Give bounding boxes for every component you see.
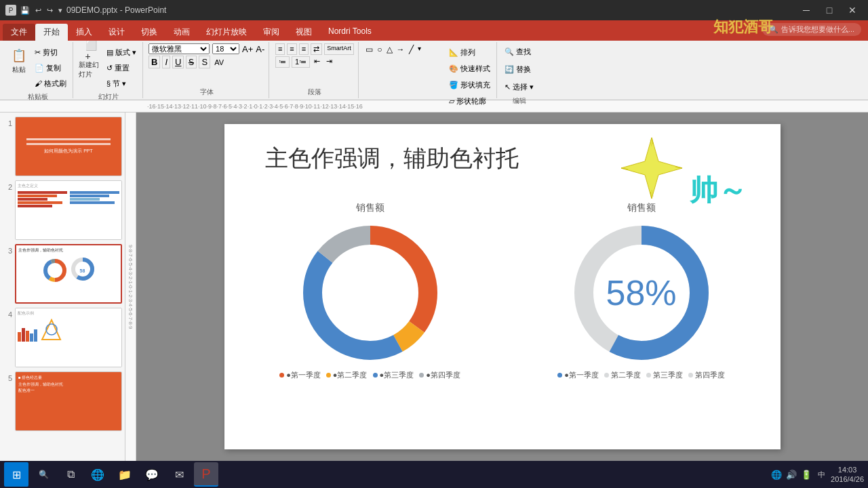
font-size-decrease[interactable]: A- (256, 44, 264, 54)
strikethrough-button[interactable]: S̶ (186, 56, 197, 68)
shape-line[interactable]: ╱ (408, 43, 415, 56)
start-button[interactable]: ⊞ (4, 462, 28, 487)
tab-view[interactable]: 视图 (288, 24, 320, 41)
slide-thumb-1[interactable]: 如何用颜色为演示 PPT (15, 117, 122, 176)
select-button[interactable]: ↖选择 ▾ (502, 79, 536, 95)
bold-button[interactable]: B (149, 56, 160, 68)
numbering-button[interactable]: 1≔ (292, 56, 310, 68)
tab-design[interactable]: 设计 (100, 24, 133, 41)
find-button[interactable]: 🔍查找 (502, 43, 536, 60)
close-button[interactable]: ✕ (842, 3, 863, 17)
font-size-increase[interactable]: A+ (242, 44, 253, 54)
slide-item-4[interactable]: 4 配色示例 (3, 308, 122, 367)
tab-file[interactable]: 文件 (3, 24, 35, 41)
shape-rect[interactable]: ▭ (364, 43, 374, 56)
quick-access-redo[interactable]: ↪ (47, 6, 53, 15)
slide-item-1[interactable]: 1 如何用颜色为演示 PPT (3, 117, 122, 176)
slide-main-title: 主色作强调，辅助色衬托 (265, 143, 519, 174)
format-painter-button[interactable]: 🖌格式刷 (33, 76, 68, 91)
new-slide-icon: ⬜+ (83, 43, 99, 59)
minimize-button[interactable]: ─ (796, 3, 816, 17)
slide-item-5[interactable]: 5 ■ 搭色经总量 主色作强调，辅助色衬托 配色准一 (3, 371, 122, 431)
shadow-button[interactable]: S (199, 56, 210, 68)
slide-thumb-4[interactable]: 配色示例 (15, 308, 122, 367)
slide-item-2[interactable]: 2 主色之定义 (3, 180, 122, 240)
shape-arrow[interactable]: → (395, 43, 406, 56)
chart2-container: 销售额 58% ●第一季度 (516, 202, 767, 429)
italic-button[interactable]: I (162, 56, 170, 68)
shape-triangle[interactable]: △ (385, 43, 394, 56)
taskbar-search[interactable]: 🔍 (31, 462, 56, 487)
slide-num-3: 3 (3, 244, 12, 304)
taskbar-files[interactable]: 📁 (113, 462, 137, 487)
taskbar-powerpoint[interactable]: P (194, 462, 218, 487)
tab-slideshow[interactable]: 幻灯片放映 (198, 24, 255, 41)
tray-ime[interactable]: 中 (816, 469, 827, 480)
underline-button[interactable]: U (172, 56, 184, 68)
taskbar-mail[interactable]: ✉ (167, 462, 191, 487)
text-direction-button[interactable]: ⇄ (311, 43, 322, 55)
layout-button[interactable]: ▤版式 ▾ (104, 45, 138, 60)
slide-item-3[interactable]: 3 主色作强调，辅助色衬托 (3, 244, 122, 304)
shape-circle[interactable]: ○ (376, 43, 383, 56)
maximize-button[interactable]: □ (819, 3, 840, 17)
tab-insert[interactable]: 插入 (68, 24, 100, 41)
quick-access-save[interactable]: 💾 (20, 6, 30, 15)
arrange-button[interactable]: 📐排列 (447, 45, 492, 60)
align-center-button[interactable]: ≡ (287, 43, 296, 55)
taskbar-tray: 🌐 🔊 🔋 中 14:03 2016/4/26 (771, 465, 864, 485)
tab-review[interactable]: 审阅 (255, 24, 288, 41)
quick-access-more[interactable]: ▾ (58, 6, 62, 15)
align-left-button[interactable]: ≡ (275, 43, 285, 55)
paste-group-label: 粘贴板 (28, 91, 48, 102)
watermark-text: 知犯酒哥 (713, 17, 773, 37)
tray-volume[interactable]: 🔊 (786, 469, 797, 480)
shape-more[interactable]: ▾ (416, 43, 422, 56)
tab-animation[interactable]: 动画 (165, 24, 198, 41)
canvas-area: 主色作强调，辅助色衬托 帅～ 销售额 (136, 113, 868, 461)
font-size-select[interactable]: 18 (212, 43, 239, 54)
star-decoration (618, 134, 686, 205)
cut-button[interactable]: ✂剪切 (33, 45, 68, 60)
window-title: 09DEMO.pptx - PowerPoint (66, 5, 166, 15)
replace-button[interactable]: 🔄替换 (502, 61, 536, 77)
slide-thumb-3[interactable]: 主色作强调，辅助色衬托 (15, 244, 122, 304)
new-slide-button[interactable]: ⬜+ 新建幻灯片 (79, 43, 103, 79)
align-right-button[interactable]: ≡ (299, 43, 309, 55)
taskbar-cortana[interactable]: 💬 (140, 462, 164, 487)
tab-nordri[interactable]: Nordri Tools (320, 24, 380, 41)
indent-dec-button[interactable]: ⇤ (312, 56, 322, 68)
chart2-label: 销售额 (627, 202, 656, 214)
indent-inc-button[interactable]: ⇥ (324, 56, 334, 68)
copy-button[interactable]: 📄复制 (33, 60, 68, 75)
slide-thumb-2[interactable]: 主色之定义 (15, 180, 122, 240)
shape-fill-button[interactable]: 🪣形状填充 (447, 77, 492, 92)
slide-num-1: 1 (3, 117, 12, 176)
slides-group-label: 幻灯片 (98, 91, 119, 102)
font-family-select[interactable]: 微软雅黑 (149, 43, 210, 54)
quick-access-undo[interactable]: ↩ (35, 6, 41, 15)
ruler-vertical: 9·8·7·6·5·4·3·2·1·0·1·2·3·4·5·6·7·8·9 (125, 113, 136, 461)
paste-button[interactable]: 📋 粘贴 (7, 43, 31, 79)
tab-home[interactable]: 开始 (35, 24, 68, 41)
reset-button[interactable]: ↺重置 (104, 60, 138, 75)
taskbar-edge[interactable]: 🌐 (85, 462, 110, 487)
paste-icon: 📋 (11, 47, 27, 64)
section-button[interactable]: §节 ▾ (104, 76, 138, 91)
chart1-donut (296, 218, 445, 367)
font-group-label: 字体 (200, 86, 214, 97)
tray-network[interactable]: 🌐 (771, 469, 782, 480)
smartart-button[interactable]: SmartArt (324, 43, 354, 55)
slide-num-2: 2 (3, 180, 12, 240)
taskbar-clock[interactable]: 14:03 2016/4/26 (831, 465, 864, 485)
chart1-legend: ●第一季度 ●第二季度 ●第三季度 ●第四季度 (279, 370, 460, 380)
quick-styles-button[interactable]: 🎨快速样式 (447, 61, 492, 76)
shape-outline-button[interactable]: ▱形状轮廓 (447, 94, 492, 108)
chart2-legend: ●第一季度 第二季度 第三季度 第四季度 (557, 370, 725, 380)
char-spacing-button[interactable]: AV (212, 58, 226, 67)
taskbar-taskview[interactable]: ⧉ (58, 462, 83, 487)
tab-transition[interactable]: 切换 (133, 24, 165, 41)
bullet-button[interactable]: ≔ (275, 56, 290, 68)
tray-battery[interactable]: 🔋 (801, 469, 812, 480)
slide-thumb-5[interactable]: ■ 搭色经总量 主色作强调，辅助色衬托 配色准一 (15, 371, 122, 431)
